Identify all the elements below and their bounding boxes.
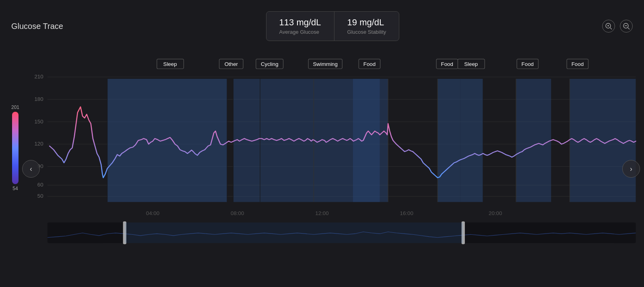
svg-text:60: 60 (37, 182, 43, 188)
glucose-stability-value: 19 mg/dL (347, 17, 386, 28)
svg-text:Food: Food (522, 61, 534, 67)
svg-text:08:00: 08:00 (231, 211, 244, 216)
svg-text:210: 210 (34, 74, 43, 80)
svg-rect-29 (570, 79, 636, 202)
svg-text:Cycling: Cycling (261, 61, 279, 67)
svg-text:Food: Food (572, 61, 584, 67)
svg-text:Sleep: Sleep (464, 61, 478, 67)
svg-text:Food: Food (441, 61, 453, 67)
glucose-stability-label: Glucose Stability (347, 29, 386, 35)
svg-rect-25 (353, 79, 380, 202)
svg-line-3 (610, 28, 612, 29)
svg-text:50: 50 (37, 193, 43, 199)
svg-text:04:00: 04:00 (146, 211, 159, 216)
svg-text:16:00: 16:00 (400, 211, 413, 216)
zoom-controls (602, 20, 633, 33)
zoom-out-button[interactable] (620, 20, 633, 33)
chart-svg: 210 180 150 120 90 60 50 Sleep Other Cyc… (0, 58, 644, 267)
svg-text:150: 150 (34, 119, 43, 124)
next-button[interactable]: › (622, 160, 640, 178)
prev-button[interactable]: ‹ (22, 160, 40, 178)
header: Glucose Trace 113 mg/dL Average Glucose … (11, 11, 633, 41)
svg-text:20:00: 20:00 (489, 211, 502, 216)
svg-text:120: 120 (34, 141, 43, 147)
svg-text:Other: Other (225, 61, 238, 67)
svg-text:12:00: 12:00 (315, 211, 328, 216)
stat-glucose-stability: 19 mg/dL Glucose Stability (334, 12, 399, 41)
stat-average-glucose: 113 mg/dL Average Glucose (266, 12, 334, 41)
svg-text:Sleep: Sleep (163, 61, 177, 67)
svg-rect-27 (460, 79, 483, 202)
stats-box: 113 mg/dL Average Glucose 19 mg/dL Gluco… (266, 11, 400, 41)
svg-text:180: 180 (34, 96, 43, 102)
svg-rect-66 (125, 223, 463, 243)
svg-line-6 (628, 28, 630, 29)
average-glucose-value: 113 mg/dL (279, 17, 321, 28)
svg-rect-22 (233, 79, 260, 202)
svg-text:Food: Food (363, 61, 376, 67)
svg-text:Swimming: Swimming (313, 61, 337, 67)
page-title: Glucose Trace (11, 22, 63, 31)
zoom-in-button[interactable] (602, 20, 615, 33)
svg-rect-21 (107, 79, 227, 202)
svg-rect-26 (438, 79, 460, 202)
svg-rect-28 (516, 79, 551, 202)
average-glucose-label: Average Glucose (279, 29, 321, 35)
